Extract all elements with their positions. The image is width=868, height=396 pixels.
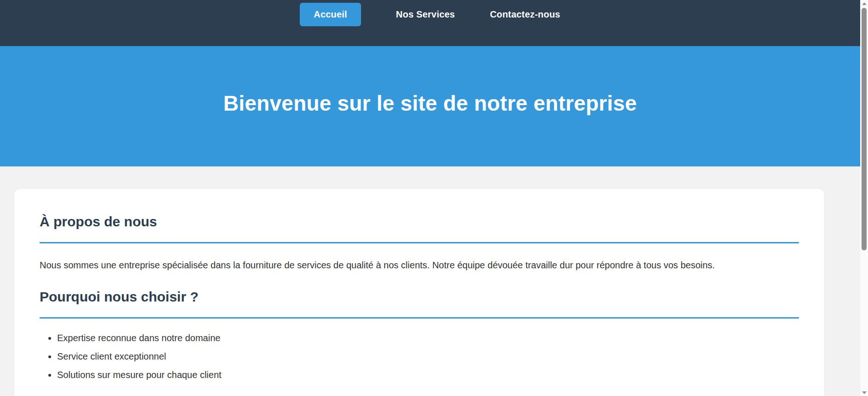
scroll-up-button[interactable] bbox=[860, 0, 868, 7]
chevron-up-icon bbox=[862, 2, 867, 5]
why-list: Expertise reconnue dans notre domaine Se… bbox=[40, 329, 799, 384]
scrollbar-thumb[interactable] bbox=[862, 8, 867, 250]
scrollbar[interactable] bbox=[860, 0, 868, 396]
browser-viewport: Accueil Nos Services Contactez-nous Bien… bbox=[0, 0, 860, 396]
list-item: Expertise reconnue dans notre domaine bbox=[57, 329, 799, 347]
nav-item-nos-services[interactable]: Nos Services bbox=[396, 3, 455, 26]
nav-item-contactez-nous[interactable]: Contactez-nous bbox=[490, 3, 560, 26]
content-card: À propos de nous Nous sommes une entrepr… bbox=[14, 189, 824, 396]
about-text: Nous sommes une entreprise spécialisée d… bbox=[40, 256, 799, 274]
nav-item-accueil[interactable]: Accueil bbox=[300, 3, 361, 26]
about-heading: À propos de nous bbox=[40, 213, 799, 243]
list-item: Service client exceptionnel bbox=[57, 347, 799, 366]
list-item: Solutions sur mesure pour chaque client bbox=[57, 366, 799, 384]
top-nav: Accueil Nos Services Contactez-nous bbox=[0, 0, 860, 46]
chevron-down-icon bbox=[862, 391, 867, 394]
page-title: Bienvenue sur le site de notre entrepris… bbox=[223, 91, 637, 122]
scroll-down-button[interactable] bbox=[860, 389, 868, 396]
why-heading: Pourquoi nous choisir ? bbox=[40, 288, 799, 319]
hero-banner: Bienvenue sur le site de notre entrepris… bbox=[0, 46, 860, 166]
main-content: À propos de nous Nous sommes une entrepr… bbox=[0, 189, 860, 396]
